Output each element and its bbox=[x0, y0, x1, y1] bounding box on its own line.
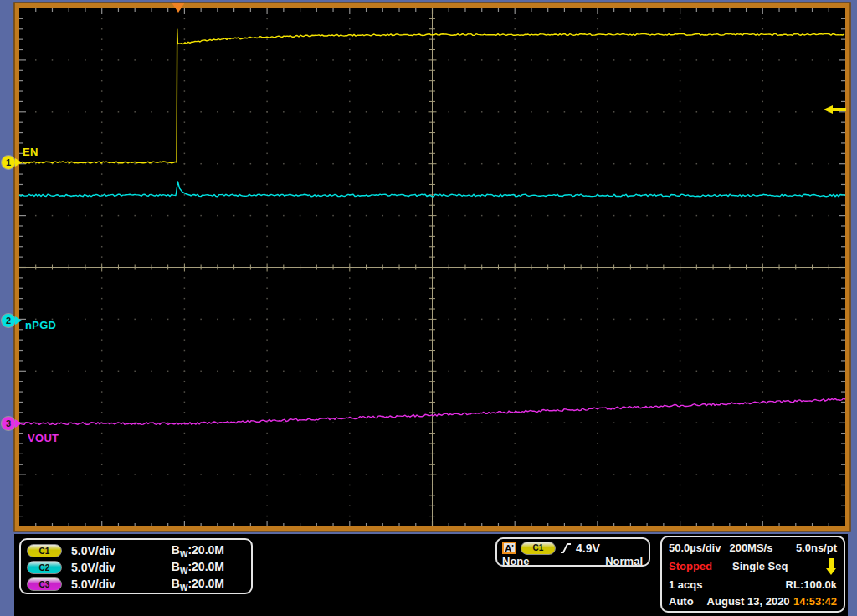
record-length: RL:100.0k bbox=[786, 578, 837, 591]
channel2-chip[interactable]: C2 bbox=[27, 561, 62, 574]
b-trigger-state[interactable]: None bbox=[502, 555, 530, 567]
channel1-reference-badge[interactable]: 1 bbox=[1, 155, 16, 170]
channel1-waveform-label: EN bbox=[23, 146, 38, 158]
channel1-settings-row[interactable]: C1 5.0V/div BW:20.0M bbox=[27, 542, 251, 559]
channel3-bandwidth: BW:20.0M bbox=[172, 577, 224, 593]
datetime-row: Auto August 13, 2020 14:53:42 bbox=[669, 595, 837, 608]
trigger-source-row: A' C1 4.9V bbox=[502, 541, 643, 555]
acquisition-count-row: 1 acqs RL:100.0k bbox=[669, 578, 837, 591]
time-text: 14:53:42 bbox=[793, 595, 837, 608]
acquisition-mode[interactable]: Single Seq bbox=[732, 560, 788, 572]
acquisition-status: Stopped bbox=[669, 560, 712, 572]
trigger-level-marker-icon[interactable] bbox=[824, 105, 846, 114]
horizontal-acquisition-panel[interactable]: 50.0µs/div 200MS/s 5.0ns/pt Stopped Sing… bbox=[660, 536, 845, 613]
channel1-reference-arrow-icon bbox=[15, 158, 22, 167]
channel2-reference-arrow-icon bbox=[15, 316, 22, 325]
sample-resolution: 5.0ns/pt bbox=[796, 542, 837, 554]
trigger-level-stem bbox=[832, 108, 846, 111]
timebase-row: 50.0µs/div 200MS/s 5.0ns/pt bbox=[669, 542, 837, 554]
rising-edge-slope-icon bbox=[560, 542, 572, 555]
oscilloscope-screen: { "colors": { "ch1": "#f5e400", "ch2": "… bbox=[0, 0, 857, 616]
channel3-reference-badge[interactable]: 3 bbox=[1, 416, 16, 431]
channel2-bandwidth: BW:20.0M bbox=[172, 560, 224, 576]
trigger-mode[interactable]: Normal bbox=[605, 555, 643, 567]
timebase-value[interactable]: 50.0µs/div bbox=[669, 542, 721, 554]
acquisition-count: 1 acqs bbox=[669, 578, 702, 591]
trigger-position-marker-icon[interactable] bbox=[172, 3, 185, 13]
trigger-settings-panel[interactable]: A' C1 4.9V None Normal bbox=[495, 537, 650, 567]
vertical-settings-panel[interactable]: C1 5.0V/div BW:20.0M C2 5.0V/div BW:20.0… bbox=[19, 538, 253, 594]
sample-rate: 200MS/s bbox=[729, 542, 772, 554]
channel1-chip[interactable]: C1 bbox=[27, 544, 62, 557]
waveform-position-icon bbox=[826, 558, 837, 575]
channel3-waveform-label: VOUT bbox=[28, 432, 59, 444]
channel1-scale: 5.0V/div bbox=[71, 544, 115, 557]
trigger-level-value: 4.9V bbox=[576, 542, 600, 555]
channel2-reference-badge[interactable]: 2 bbox=[1, 313, 16, 328]
channel2-scale: 5.0V/div bbox=[71, 561, 115, 574]
acquisition-status-row: Stopped Single Seq bbox=[669, 558, 837, 575]
channel2-waveform-label: nPGD bbox=[25, 319, 56, 331]
channel3-chip[interactable]: C3 bbox=[27, 578, 62, 591]
channel2-settings-row[interactable]: C2 5.0V/div BW:20.0M bbox=[27, 559, 251, 576]
readout-bar: C1 5.0V/div BW:20.0M C2 5.0V/div BW:20.0… bbox=[14, 534, 848, 616]
channel3-reference-arrow-icon bbox=[15, 419, 22, 428]
trigger-source-chip[interactable]: C1 bbox=[521, 542, 556, 555]
date-text: August 13, 2020 bbox=[707, 595, 790, 608]
scope-graticule bbox=[0, 0, 857, 534]
trigger-a-badge[interactable]: A' bbox=[502, 542, 516, 554]
trigger-mode-row: None Normal bbox=[502, 555, 643, 567]
channel3-settings-row[interactable]: C3 5.0V/div BW:20.0M bbox=[27, 576, 251, 593]
channel3-scale: 5.0V/div bbox=[71, 578, 115, 591]
channel1-bandwidth: BW:20.0M bbox=[172, 543, 224, 559]
trigger-mode-auto[interactable]: Auto bbox=[669, 595, 694, 608]
